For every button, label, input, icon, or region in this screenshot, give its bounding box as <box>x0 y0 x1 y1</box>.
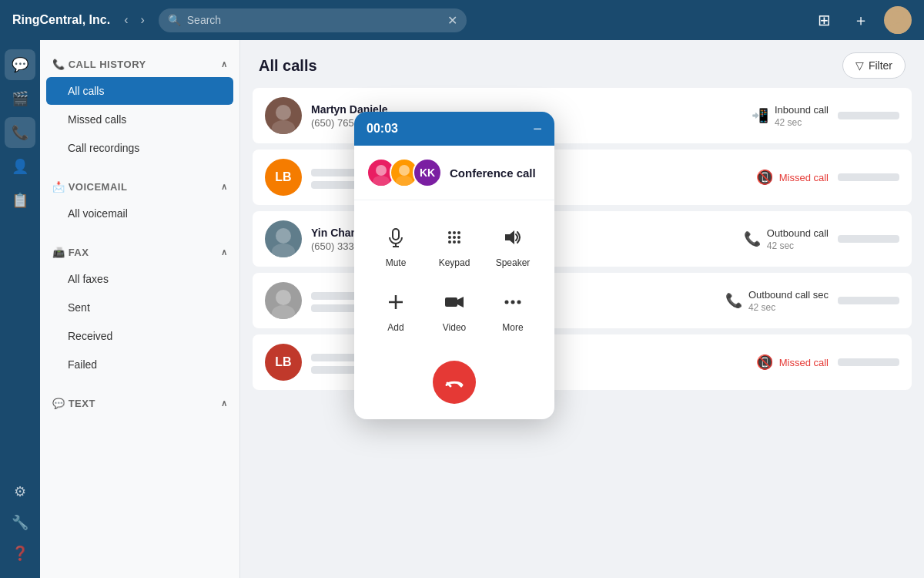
voicemail-icon: 📩 VOICEMAIL <box>52 181 127 193</box>
svg-point-1 <box>889 23 907 34</box>
add-button[interactable]: ＋ <box>847 6 875 34</box>
svg-point-22 <box>453 240 456 244</box>
table-row[interactable]: Martyn Daniele (650) 765-4... 📲 Inbound … <box>253 88 912 143</box>
sidebar-item-received[interactable]: Received <box>46 322 233 350</box>
svg-point-5 <box>272 244 295 257</box>
speaker-icon <box>497 222 528 253</box>
participant-avatar-kk: KK <box>413 158 442 187</box>
svg-marker-28 <box>457 297 464 307</box>
sidebar-item-failed[interactable]: Failed <box>46 351 233 378</box>
search-clear-icon[interactable]: ✕ <box>447 13 457 28</box>
call-duration: 42 sec <box>767 240 829 251</box>
forward-button[interactable]: › <box>136 10 149 30</box>
sidebar-icon-video[interactable]: 🎬 <box>5 83 35 114</box>
table-row[interactable]: 📞 Outbound call sec 42 sec <box>253 273 912 328</box>
svg-point-17 <box>457 231 460 234</box>
keypad-button[interactable]: Keypad <box>425 213 484 277</box>
status-label: Missed call <box>779 172 829 183</box>
sidebar-item-sent[interactable]: Sent <box>46 294 233 321</box>
sidebar-bottom-icons: ⚙ 🔧 ❓ <box>5 476 35 569</box>
table-row[interactable]: LB 📵 Missed call <box>253 150 912 205</box>
page-title: All calls <box>259 57 317 75</box>
mute-label: Mute <box>386 257 407 268</box>
video-button[interactable]: Video <box>425 277 484 342</box>
call-status: 📞 Outbound call 42 sec <box>744 227 829 251</box>
add-label: Add <box>387 322 403 333</box>
svg-point-19 <box>453 236 456 239</box>
sidebar-icon-settings2[interactable]: 🔧 <box>5 507 35 538</box>
svg-point-29 <box>505 301 509 304</box>
sidebar-icon-fax[interactable]: 📋 <box>5 185 35 216</box>
search-input[interactable] <box>187 14 441 26</box>
speaker-button[interactable]: Speaker <box>484 213 542 277</box>
sidebar-icon-help[interactable]: ❓ <box>5 538 35 569</box>
voicemail-collapse-icon: ∧ <box>221 182 228 192</box>
modal-avatars: KK <box>367 158 442 187</box>
call-history-collapse-icon: ∧ <box>221 59 228 69</box>
svg-point-23 <box>457 240 460 244</box>
svg-point-21 <box>448 240 451 244</box>
speaker-label: Speaker <box>496 257 531 268</box>
call-duration: 42 sec <box>748 302 829 313</box>
sidebar-item-all-faxes[interactable]: All faxes <box>46 265 233 293</box>
call-timer: 00:03 <box>367 122 398 136</box>
svg-point-8 <box>376 165 387 176</box>
call-bar <box>838 112 899 119</box>
sidebar-icon-contacts[interactable]: 👤 <box>5 151 35 182</box>
call-history-header[interactable]: 📞 CALL HISTORY ∧ <box>40 52 239 76</box>
fax-icon: 📠 FAX <box>52 247 89 258</box>
status-label: Outbound call <box>767 227 829 239</box>
more-button[interactable]: More <box>484 277 542 342</box>
keypad-icon <box>439 222 470 253</box>
filter-button[interactable]: ▽ Filter <box>842 52 906 79</box>
sidebar-item-call-recordings[interactable]: Call recordings <box>46 134 233 162</box>
sidebar-item-missed-calls[interactable]: Missed calls <box>46 106 233 133</box>
avatar <box>265 97 302 134</box>
text-collapse-icon: ∧ <box>221 398 228 408</box>
back-button[interactable]: ‹ <box>119 10 132 30</box>
text-header[interactable]: 💬 TEXT ∧ <box>40 391 239 415</box>
call-history-section: 📞 CALL HISTORY ∧ All calls Missed calls … <box>40 46 239 169</box>
avatar <box>265 282 302 319</box>
more-icon <box>497 287 528 318</box>
sidebar-icon-chat[interactable]: 💬 <box>5 49 35 80</box>
user-avatar[interactable] <box>884 6 912 34</box>
call-status-missed: 📵 Missed call <box>756 354 829 371</box>
fax-header[interactable]: 📠 FAX ∧ <box>40 240 239 264</box>
sidebar-item-all-voicemail[interactable]: All voicemail <box>46 200 233 227</box>
table-row[interactable]: LB 📵 Missed call <box>253 334 912 390</box>
svg-point-9 <box>373 176 390 186</box>
voicemail-header[interactable]: 📩 VOICEMAIL ∧ <box>40 175 239 199</box>
call-status: 📲 Inbound call 42 sec <box>752 104 829 128</box>
svg-point-10 <box>399 165 410 176</box>
end-call-button[interactable] <box>433 361 476 404</box>
svg-point-30 <box>511 301 515 304</box>
add-button[interactable]: Add <box>367 277 425 342</box>
fax-collapse-icon: ∧ <box>221 247 228 257</box>
svg-point-31 <box>517 301 521 304</box>
sidebar-icon-phone[interactable]: 📞 <box>5 117 35 148</box>
call-status: 📞 Outbound call sec 42 sec <box>725 289 829 313</box>
grid-icon-button[interactable]: ⊞ <box>810 6 838 34</box>
modal-header: 00:03 − <box>354 112 554 146</box>
topbar: RingCentral, Inc. ‹ › 🔍 ✕ ⊞ ＋ <box>0 0 924 40</box>
mute-icon <box>380 222 411 253</box>
mute-button[interactable]: Mute <box>367 213 425 277</box>
topbar-right: ⊞ ＋ <box>810 6 912 34</box>
add-icon <box>380 287 411 318</box>
sidebar-item-all-calls[interactable]: All calls <box>46 77 233 105</box>
nav-arrows: ‹ › <box>119 10 149 30</box>
end-call-container <box>354 355 554 419</box>
sidebar-icon-settings1[interactable]: ⚙ <box>5 476 35 507</box>
call-bar <box>838 235 899 243</box>
missed-call-icon: 📵 <box>756 169 773 186</box>
main-content: All calls ▽ Filter Martyn Daniele (650) … <box>240 40 924 578</box>
modal-minimize-button[interactable]: − <box>533 121 542 136</box>
svg-point-6 <box>276 290 291 305</box>
missed-call2-icon: 📵 <box>756 354 773 371</box>
call-bar <box>838 173 899 181</box>
call-list: Martyn Daniele (650) 765-4... 📲 Inbound … <box>240 88 924 578</box>
table-row[interactable]: Yin Chan (650) 333-... 📞 Outbound call 4… <box>253 211 912 267</box>
keypad-label: Keypad <box>439 257 470 268</box>
content-header: All calls ▽ Filter <box>240 40 924 88</box>
